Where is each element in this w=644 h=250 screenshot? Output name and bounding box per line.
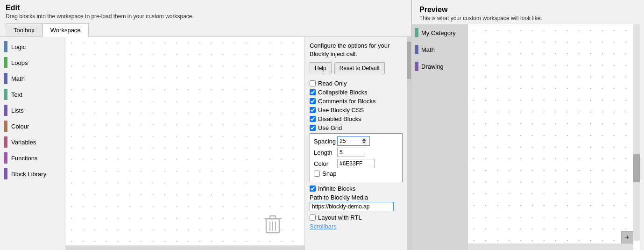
- grid-color-row: Color: [314, 159, 398, 168]
- preview-subtitle: This is what your custom workspace will …: [419, 15, 632, 21]
- config-panel: Configure the options for your Blockly i…: [304, 37, 407, 250]
- snap-checkbox[interactable]: [314, 171, 320, 177]
- toolbox-item-loops[interactable]: Loops: [0, 55, 65, 71]
- workspace-scrollbar-horizontal[interactable]: [65, 245, 304, 250]
- toolbox-item-functions[interactable]: Functions: [0, 150, 65, 166]
- path-label: Path to Blockly Media: [310, 194, 403, 201]
- layout-rtl-checkbox[interactable]: [310, 214, 316, 221]
- option-disabled: Disabled Blocks: [310, 115, 403, 122]
- length-input[interactable]: [337, 148, 365, 157]
- toolbox-item-logic[interactable]: Logic: [0, 39, 65, 55]
- page-title: Edit: [6, 4, 405, 12]
- loops-color: [4, 57, 7, 68]
- reset-button[interactable]: Reset to Default: [334, 62, 385, 74]
- tab-bar: Toolbox Workspace: [0, 23, 411, 37]
- preview-math-label: Math: [421, 46, 435, 53]
- collapsible-label: Collapsible Blocks: [318, 89, 368, 96]
- toolbox-label-colour: Colour: [11, 123, 29, 130]
- preview-category-math[interactable]: Math: [412, 41, 468, 58]
- toolbox-label-logic: Logic: [11, 43, 26, 50]
- lists-color: [4, 105, 7, 116]
- use-grid-checkbox[interactable]: [310, 125, 316, 131]
- toolbox-label-math: Math: [11, 75, 25, 82]
- config-scrollbar[interactable]: [407, 37, 411, 250]
- toolbox-item-block-library[interactable]: Block Library: [0, 166, 65, 182]
- my-category-label: My Category: [421, 29, 456, 36]
- length-label: Length: [314, 149, 337, 156]
- option-read-only: Read Only: [310, 80, 403, 87]
- toolbox-item-text[interactable]: Text: [0, 86, 65, 102]
- collapsible-checkbox[interactable]: [310, 89, 316, 95]
- main-content: Logic Loops Math Text Lists Colour: [0, 37, 411, 250]
- help-button[interactable]: Help: [310, 62, 332, 74]
- tab-toolbox[interactable]: Toolbox: [6, 23, 42, 36]
- toolbox-item-colour[interactable]: Colour: [0, 118, 65, 134]
- comments-checkbox[interactable]: [310, 98, 316, 104]
- functions-color: [4, 152, 7, 164]
- toolbox-label-loops: Loops: [11, 59, 28, 66]
- config-title: Configure the options for your Blockly i…: [310, 42, 403, 58]
- spacing-input[interactable]: [337, 136, 370, 146]
- toolbox-label-lists: Lists: [11, 107, 24, 114]
- read-only-checkbox[interactable]: [310, 80, 316, 86]
- toolbox-item-variables[interactable]: Variables: [0, 134, 65, 150]
- left-panel: Edit Drag blocks into the workspace to p…: [0, 0, 411, 250]
- right-panel: Preview This is what your custom workspa…: [411, 0, 640, 250]
- toolbox-label-block-library: Block Library: [11, 171, 46, 178]
- infinite-label: Infinite Blocks: [318, 185, 355, 192]
- preview-scrollbar-horizontal[interactable]: [468, 243, 633, 250]
- toolbox-label-functions: Functions: [11, 155, 37, 162]
- toolbox-label-variables: Variables: [11, 139, 36, 146]
- page-subtitle: Drag blocks into the workspace to pre-lo…: [6, 13, 405, 20]
- grid-options: Spacing Length Color Snap: [310, 133, 403, 182]
- math-color: [4, 73, 7, 84]
- preview-category-drawing[interactable]: Drawing: [412, 58, 468, 75]
- my-category-color: [415, 28, 418, 37]
- preview-scrollbar-thumb: [633, 154, 640, 182]
- preview-header: Preview This is what your custom workspa…: [412, 0, 640, 24]
- logic-color: [4, 41, 7, 52]
- grid-spacing-row: Spacing: [314, 136, 398, 146]
- option-comments: Comments for Blocks: [310, 98, 403, 105]
- disabled-checkbox[interactable]: [310, 116, 316, 122]
- option-collapsible: Collapsible Blocks: [310, 89, 403, 96]
- path-input[interactable]: [310, 202, 394, 211]
- read-only-label: Read Only: [318, 80, 347, 87]
- option-use-grid: Use Grid: [310, 124, 403, 131]
- preview-plus-button[interactable]: +: [621, 231, 633, 243]
- option-layout-rtl: Layout with RTL: [310, 214, 403, 221]
- grid-snap-row: Snap: [314, 170, 398, 177]
- workspace-canvas[interactable]: [65, 37, 304, 250]
- drawing-label: Drawing: [421, 63, 444, 70]
- text-color: [4, 89, 7, 100]
- infinite-checkbox[interactable]: [310, 186, 316, 192]
- preview-math-color: [415, 45, 418, 54]
- color-label: Color: [314, 160, 337, 167]
- disabled-label: Disabled Blocks: [318, 115, 361, 122]
- preview-sidebar: My Category Math Drawing: [412, 24, 468, 250]
- toolbox-item-lists[interactable]: Lists: [0, 102, 65, 118]
- config-buttons: Help Reset to Default: [310, 62, 403, 74]
- colour-color: [4, 121, 7, 132]
- toolbox-item-math[interactable]: Math: [0, 71, 65, 86]
- layout-rtl-label: Layout with RTL: [318, 214, 362, 221]
- variables-color: [4, 136, 7, 148]
- preview-workspace[interactable]: +: [468, 24, 640, 250]
- option-blockly-css: Use Blockly CSS: [310, 107, 403, 114]
- blockly-css-label: Use Blockly CSS: [318, 107, 364, 114]
- option-infinite: Infinite Blocks: [310, 185, 403, 192]
- toolbox-sidebar: Logic Loops Math Text Lists Colour: [0, 37, 65, 250]
- preview-scrollbar-vertical[interactable]: [633, 24, 640, 241]
- tab-workspace[interactable]: Workspace: [42, 23, 89, 37]
- block-library-color: [4, 168, 7, 179]
- scrollbars-label: Scrollbars: [310, 223, 403, 230]
- preview-title: Preview: [419, 6, 632, 14]
- blockly-css-checkbox[interactable]: [310, 107, 316, 113]
- color-input[interactable]: [337, 159, 375, 168]
- config-panel-wrapper: Configure the options for your Blockly i…: [304, 37, 411, 250]
- edit-header: Edit Drag blocks into the workspace to p…: [0, 0, 411, 21]
- grid-length-row: Length: [314, 148, 398, 157]
- toolbox-label-text: Text: [11, 91, 22, 98]
- preview-category-my-category[interactable]: My Category: [412, 24, 468, 41]
- preview-content: My Category Math Drawing +: [412, 24, 640, 250]
